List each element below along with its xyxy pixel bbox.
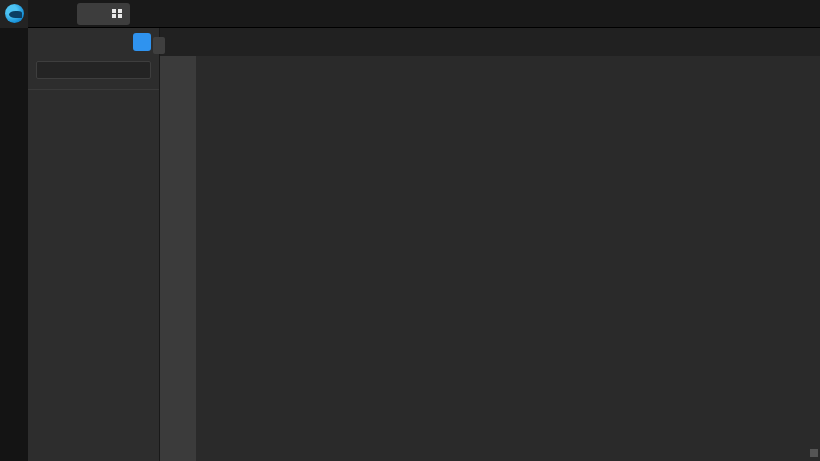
user-avatar[interactable] [795,4,815,24]
wavemaker-studio [0,0,820,461]
wavemaker-logo[interactable] [0,0,28,28]
grid-icon[interactable] [112,9,122,19]
top-bar [0,0,820,28]
web-services-panel [28,28,160,461]
project-breadcrumb [38,8,42,20]
chevron-right-icon [54,8,63,19]
service-tab[interactable] [77,3,130,25]
search-box [36,61,151,79]
search-icon [42,66,51,75]
panel-header [28,28,159,55]
collapse-panel-button[interactable] [153,37,165,54]
search-input[interactable] [55,65,145,75]
logo-bird-icon [5,4,24,23]
section-label-soap-service [28,89,159,105]
line-number-gutter [160,56,196,461]
editor-area [160,28,820,461]
add-service-button[interactable] [133,33,151,51]
scrollbar-corner[interactable] [810,449,818,457]
globe-icon [85,7,98,20]
editor-tabs [160,28,820,56]
wsdl-code-editor[interactable] [160,56,820,461]
left-nav-rail [0,28,28,461]
